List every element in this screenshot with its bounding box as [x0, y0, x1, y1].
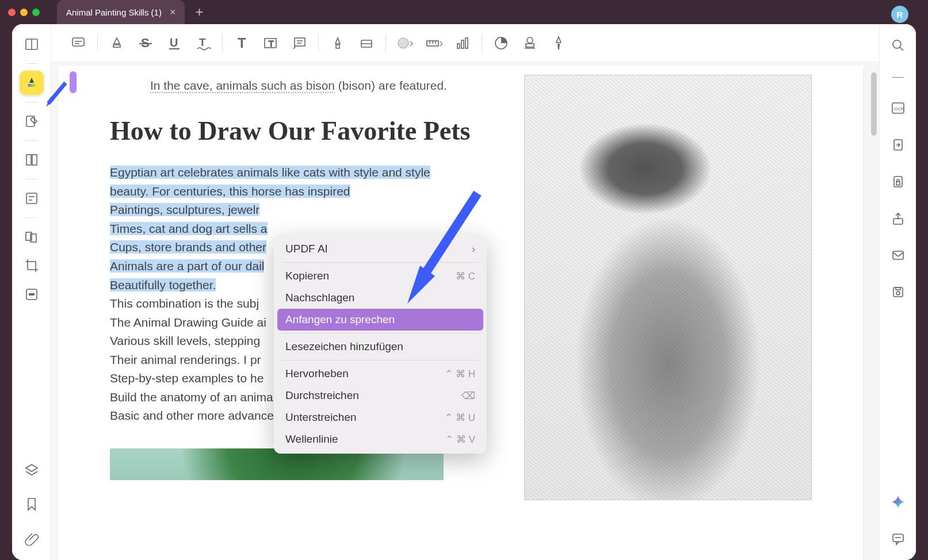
document-tab[interactable]: Animal Painting Skills (1) × [57, 0, 185, 24]
separator [26, 179, 37, 179]
titlebar: Animal Painting Skills (1) × + R [0, 0, 928, 24]
signature-icon [552, 35, 566, 51]
svg-point-42 [893, 40, 901, 48]
svg-rect-53 [896, 287, 900, 290]
chart-tool[interactable] [449, 30, 476, 56]
organize-icon [24, 229, 39, 244]
underline-tool[interactable]: U [161, 30, 188, 56]
chat-button[interactable] [886, 527, 910, 551]
page-layout-icon [24, 152, 39, 167]
user-avatar[interactable]: R [891, 6, 908, 23]
signature-tool[interactable] [545, 30, 572, 56]
form-tool-button[interactable] [20, 186, 44, 210]
layers-icon [25, 463, 39, 477]
convert-button[interactable] [886, 133, 910, 157]
textbox-tool[interactable]: T [257, 30, 284, 56]
minimize-window-button[interactable] [20, 9, 28, 16]
tab-title: Animal Painting Skills (1) [66, 7, 162, 17]
svg-rect-25 [295, 38, 305, 46]
highlight-tool-button[interactable] [20, 71, 44, 95]
pencil-tool[interactable] [324, 30, 351, 56]
chat-icon [891, 532, 905, 546]
text-tool[interactable]: T [228, 30, 255, 56]
sticker-tool[interactable] [488, 30, 514, 56]
eraser-icon [358, 36, 375, 51]
email-icon [891, 249, 905, 262]
highlighter-icon [109, 36, 124, 51]
page-layout-button[interactable] [20, 148, 44, 172]
ctx-lookup[interactable]: Nachschlagen [277, 287, 483, 309]
chevron-right-icon: › [472, 243, 475, 255]
ctx-highlight[interactable]: Hervorheben ⌃ ⌘ H [277, 363, 483, 385]
form-icon [24, 191, 39, 206]
ruler-tool[interactable] [421, 30, 447, 56]
maximize-window-button[interactable] [32, 9, 40, 16]
share-button[interactable] [886, 206, 910, 231]
pencil-icon [330, 36, 345, 51]
ctx-updf-ai[interactable]: UPDF AI › [277, 238, 483, 260]
close-tab-icon[interactable]: × [170, 6, 176, 18]
strikethrough-tool[interactable]: S [132, 30, 159, 56]
redact-tool-button[interactable] [20, 282, 44, 306]
dog-sketch-image [524, 75, 812, 500]
squiggle-icon: T [195, 35, 211, 51]
svg-rect-37 [465, 38, 468, 48]
layers-button[interactable] [20, 458, 44, 482]
shape-icon [396, 36, 414, 51]
annotation-marker[interactable] [70, 71, 77, 93]
search-button[interactable] [886, 33, 910, 57]
svg-rect-36 [461, 40, 464, 48]
callout-tool[interactable] [286, 30, 312, 56]
new-tab-button[interactable]: + [195, 4, 203, 20]
svg-text:U: U [170, 36, 178, 49]
ctx-underline[interactable]: Unterstreichen ⌃ ⌘ U [277, 406, 483, 428]
crop-tool-button[interactable] [20, 254, 44, 278]
bookmark-button[interactable] [20, 492, 44, 516]
reader-mode-button[interactable] [20, 32, 44, 56]
scrollbar[interactable] [871, 72, 877, 136]
svg-rect-13 [72, 38, 84, 46]
edit-tool-button[interactable] [20, 109, 44, 133]
ctx-copy[interactable]: Kopieren ⌘ C [277, 265, 483, 287]
intro-text: In the cave, animals such as bison (biso… [150, 75, 501, 97]
ctx-add-bookmark[interactable]: Lesezeichen hinzufügen [277, 336, 483, 358]
ctx-start-speaking[interactable]: Anfangen zu sprechen [277, 309, 483, 331]
ruler-icon [425, 36, 442, 51]
eraser-tool[interactable] [353, 30, 380, 56]
text-icon: T [234, 35, 250, 51]
email-button[interactable] [886, 243, 910, 267]
svg-text:T: T [269, 39, 274, 48]
separator [26, 140, 37, 141]
ai-button[interactable] [886, 490, 910, 514]
redact-icon [24, 287, 39, 302]
svg-text:T: T [238, 35, 246, 51]
svg-line-43 [900, 47, 903, 51]
crop-icon [24, 258, 39, 273]
lock-file-icon [891, 175, 905, 189]
shape-tool[interactable] [392, 30, 418, 56]
squiggle-tool[interactable]: T [190, 30, 216, 56]
svg-rect-50 [893, 251, 903, 259]
strikethrough-icon: S [138, 35, 154, 51]
ctx-squiggle[interactable]: Wellenlinie ⌃ ⌘ V [277, 428, 483, 450]
close-window-button[interactable] [8, 9, 16, 16]
heading: How to Draw Our Favorite Pets [110, 114, 501, 148]
book-icon [24, 37, 39, 52]
svg-rect-12 [29, 293, 35, 296]
convert-icon [891, 138, 905, 152]
context-menu: UPDF AI › Kopieren ⌘ C Nachschlagen Anfa… [274, 235, 487, 454]
separator [26, 102, 37, 102]
bar-chart-icon [455, 36, 471, 51]
comment-tool[interactable] [65, 30, 91, 56]
save-button[interactable] [886, 280, 910, 304]
svg-text:OCR: OCR [894, 106, 904, 112]
protect-button[interactable] [886, 170, 910, 194]
organize-pages-button[interactable] [20, 225, 44, 249]
ctx-strikethrough[interactable]: Durchstreichen ⌫ [277, 385, 483, 406]
attachments-button[interactable] [20, 527, 44, 551]
separator: — [892, 70, 904, 83]
highlighter-tool[interactable] [104, 30, 130, 56]
stamp-tool[interactable] [517, 30, 543, 56]
comment-icon [70, 35, 86, 51]
ocr-button[interactable]: OCR [886, 96, 910, 120]
